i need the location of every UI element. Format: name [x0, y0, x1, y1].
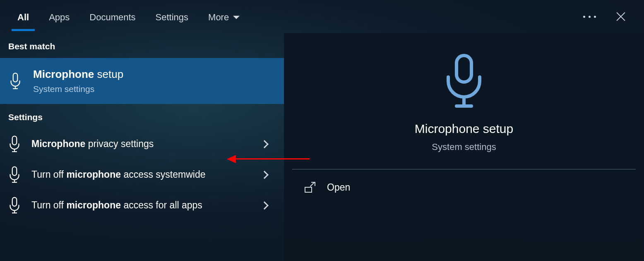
open-action[interactable]: Open: [284, 169, 644, 205]
open-icon: [305, 183, 315, 193]
results-panel: Best match Microphone setup System setti…: [0, 33, 284, 261]
setting-item-label: Microphone privacy settings: [31, 137, 251, 151]
top-nav: All Apps Documents Settings More: [0, 0, 644, 33]
chevron-right-icon: [260, 201, 269, 210]
tab-more[interactable]: More: [207, 3, 240, 30]
svg-rect-6: [12, 167, 17, 176]
settings-section-label: Settings: [0, 104, 284, 129]
more-options-icon[interactable]: [583, 16, 596, 18]
chevron-down-icon: [233, 16, 240, 19]
svg-rect-3: [12, 136, 17, 145]
preview-subtitle: System settings: [284, 142, 644, 152]
tab-settings[interactable]: Settings: [155, 3, 190, 30]
setting-item-allapps[interactable]: Turn off microphone access for all apps: [0, 190, 284, 221]
microphone-icon: [8, 166, 21, 184]
chevron-right-icon: [260, 171, 269, 179]
setting-item-label: Turn off microphone access for all apps: [31, 198, 251, 212]
microphone-icon: [284, 53, 644, 111]
tab-apps[interactable]: Apps: [48, 3, 70, 30]
best-match-subtitle: System settings: [33, 84, 123, 94]
close-icon[interactable]: [615, 11, 627, 22]
microphone-icon: [9, 72, 22, 90]
tab-documents[interactable]: Documents: [89, 3, 136, 30]
svg-rect-9: [12, 198, 17, 206]
setting-item-systemwide[interactable]: Turn off microphone access systemwide: [0, 160, 284, 190]
setting-item-privacy[interactable]: Microphone privacy settings: [0, 129, 284, 160]
preview-panel: Microphone setup System settings Open: [284, 33, 644, 261]
tab-more-label: More: [208, 12, 229, 23]
best-match-label: Best match: [0, 33, 284, 58]
open-label: Open: [327, 182, 350, 193]
svg-rect-12: [457, 56, 471, 82]
preview-title: Microphone setup: [284, 122, 644, 136]
tab-all[interactable]: All: [17, 3, 30, 30]
microphone-icon: [8, 197, 21, 214]
svg-rect-0: [13, 73, 18, 82]
microphone-icon: [8, 135, 21, 153]
settings-list: Microphone privacy settings: [0, 129, 284, 221]
nav-tabs: All Apps Documents Settings More: [17, 3, 240, 30]
best-match-title: Microphone setup: [33, 68, 123, 81]
chevron-right-icon: [260, 140, 269, 148]
best-match-result[interactable]: Microphone setup System settings: [0, 58, 284, 104]
setting-item-label: Turn off microphone access systemwide: [31, 168, 251, 181]
